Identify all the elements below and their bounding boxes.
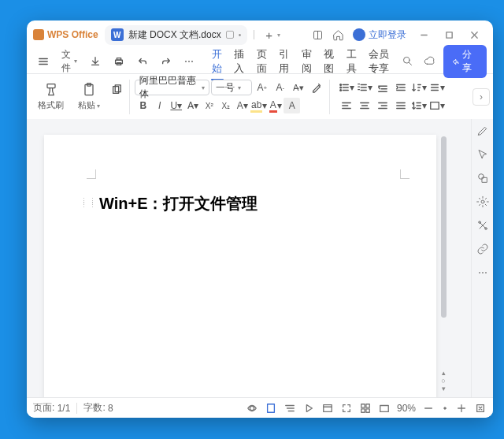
drag-handle-icon[interactable]: ⋮⋮⋮⋮	[80, 199, 98, 207]
web-layout-icon[interactable]	[321, 402, 334, 415]
document-text[interactable]: Win+E：打开文件管理	[99, 193, 258, 214]
subscript-button[interactable]: X₂	[217, 98, 234, 113]
search-icon[interactable]	[398, 51, 417, 72]
char-shading-button[interactable]: A	[284, 98, 300, 113]
vertical-scrollbar[interactable]	[441, 136, 447, 374]
pen-icon[interactable]	[476, 124, 490, 138]
page-label: 页面:	[33, 401, 54, 415]
grow-font-icon[interactable]: A+	[254, 80, 270, 95]
tab-dropdown-icon[interactable]: •	[239, 31, 242, 39]
zoom-in-icon[interactable]	[455, 402, 468, 415]
window-controls	[411, 24, 487, 46]
maximize-button[interactable]	[436, 24, 461, 46]
page[interactable]: ⋮⋮⋮⋮ Win+E：打开文件管理	[44, 135, 436, 397]
zoom-out-icon[interactable]	[422, 402, 435, 415]
font-color-button[interactable]: A▾	[267, 98, 284, 113]
shading-icon[interactable]: ▾	[428, 98, 445, 113]
shape-icon[interactable]	[476, 171, 490, 185]
strikethrough-button[interactable]: A̵▾	[184, 98, 201, 113]
font-size-select[interactable]: 一号▾	[211, 80, 252, 95]
scrollbar-thumb[interactable]	[441, 136, 447, 318]
increase-indent-icon[interactable]	[392, 80, 409, 95]
fit-page-icon[interactable]	[474, 402, 487, 415]
superscript-button[interactable]: X²	[201, 98, 217, 113]
number-list-icon[interactable]: ▾	[356, 80, 372, 95]
fullscreen-icon[interactable]	[378, 402, 391, 415]
app-logo: WPS Office	[33, 29, 98, 40]
file-menu[interactable]: 文件▾	[57, 46, 82, 77]
copy-icon[interactable]	[108, 82, 124, 98]
side-toolbar: ⋯	[471, 119, 493, 397]
page-value[interactable]: 1/1	[57, 403, 71, 414]
align-right-icon[interactable]	[374, 98, 391, 113]
align-left-icon[interactable]	[338, 98, 354, 113]
outline-view-icon[interactable]	[284, 402, 296, 415]
page-nav-menu-icon[interactable]: ○	[439, 377, 447, 385]
prev-page-icon[interactable]: ▴	[439, 369, 447, 377]
new-tab-button[interactable]: +	[265, 28, 272, 42]
minimize-button[interactable]	[411, 24, 436, 46]
zoom-value[interactable]: 90%	[397, 403, 416, 414]
show-marks-icon[interactable]: ▾	[428, 80, 445, 95]
print-icon[interactable]	[109, 54, 129, 69]
play-icon[interactable]	[302, 402, 315, 415]
more-sidetools-icon[interactable]: ⋯	[476, 266, 490, 280]
svg-point-12	[339, 87, 341, 88]
font-family-select[interactable]: 阿里巴巴普惠体▾	[135, 80, 209, 95]
wps-logo-icon	[33, 29, 44, 40]
shrink-font-icon[interactable]: A-	[272, 80, 288, 95]
svg-point-17	[481, 200, 484, 203]
reading-view-icon[interactable]	[246, 402, 258, 415]
align-justify-icon[interactable]	[392, 98, 409, 113]
grid-view-icon[interactable]	[359, 402, 372, 415]
text-effect-button[interactable]: A▾	[234, 98, 250, 113]
svg-rect-21	[268, 404, 275, 412]
sort-icon[interactable]: ▾	[410, 80, 427, 95]
tab-list-dropdown-icon[interactable]: ▾	[277, 32, 280, 39]
paragraph-group: ▾ ▾ ▾ ▾ ▾ ▾	[338, 80, 445, 113]
focus-mode-icon[interactable]	[340, 402, 353, 415]
change-case-icon[interactable]: A̶▾	[290, 80, 306, 95]
app-name: WPS Office	[47, 29, 98, 40]
next-page-icon[interactable]: ▾	[439, 385, 447, 392]
paste-button[interactable]: 粘贴 ▾	[72, 79, 106, 114]
print-layout-icon[interactable]	[265, 402, 277, 415]
svg-rect-27	[380, 405, 389, 411]
more-quickaccess-icon[interactable]: ⋯	[180, 54, 198, 69]
align-center-icon[interactable]	[356, 98, 372, 113]
svg-rect-14	[430, 102, 439, 110]
document-canvas[interactable]: ⋮⋮⋮⋮ Win+E：打开文件管理 ▴ ○ ▾	[27, 119, 471, 397]
close-button[interactable]	[461, 24, 487, 46]
margin-corner-icon	[400, 169, 410, 179]
line-spacing-icon[interactable]: ▾	[410, 98, 427, 113]
save-icon[interactable]	[85, 54, 106, 69]
clear-format-icon[interactable]	[308, 80, 324, 95]
redo-icon[interactable]	[156, 54, 176, 69]
underline-button[interactable]: U▾	[168, 98, 184, 113]
svg-rect-3	[117, 58, 120, 60]
highlight-color-button[interactable]: ab▾	[250, 98, 267, 113]
select-icon[interactable]	[476, 147, 490, 162]
format-painter-button[interactable]: 格式刷	[32, 79, 70, 114]
menu-hamburger-icon[interactable]	[33, 54, 54, 69]
settings-icon[interactable]	[476, 195, 490, 209]
italic-button[interactable]: I	[151, 98, 168, 113]
undo-icon[interactable]	[132, 54, 153, 69]
bullet-list-icon[interactable]: ▾	[338, 80, 354, 95]
workarea: ⋮⋮⋮⋮ Win+E：打开文件管理 ▴ ○ ▾ ⋯	[27, 119, 493, 397]
menubar: 文件▾ ⋯ 开始 插入 页面 引用 审阅 视图 工具 会员专享 分享	[27, 49, 493, 74]
svg-rect-25	[361, 408, 365, 411]
link-icon[interactable]	[476, 242, 490, 256]
zoom-slider[interactable]	[441, 402, 449, 415]
ribbon-expand-button[interactable]: ›	[472, 88, 490, 106]
wordcount-value[interactable]: 8	[108, 403, 113, 414]
svg-point-5	[403, 58, 410, 64]
tab-status-icon	[226, 31, 234, 39]
tools-icon[interactable]	[476, 218, 490, 233]
share-button[interactable]: 分享	[443, 45, 487, 78]
bold-button[interactable]: B	[135, 98, 151, 113]
decrease-indent-icon[interactable]	[374, 80, 391, 95]
cloud-icon[interactable]	[421, 51, 439, 72]
svg-point-28	[444, 407, 447, 409]
login-button[interactable]: 立即登录	[353, 28, 406, 42]
